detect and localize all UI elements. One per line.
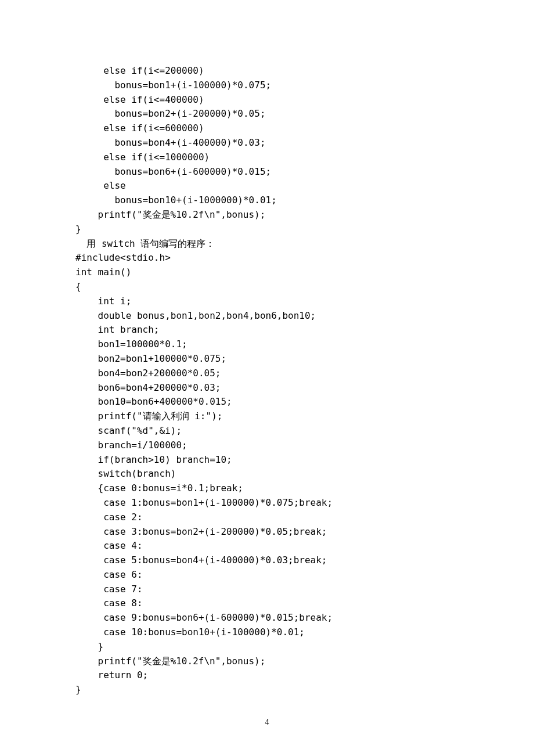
- code-line: bonus=bon4+(i-400000)*0.03;: [75, 136, 459, 150]
- code-line: else if(i<=400000): [75, 93, 459, 107]
- code-line: else if(i<=200000): [75, 64, 459, 78]
- code-line: branch=i/100000;: [75, 438, 459, 453]
- code-line: case 2:: [75, 510, 459, 525]
- code-line: bonus=bon1+(i-100000)*0.075;: [75, 78, 459, 93]
- code-line: scanf("%d",&i);: [75, 424, 459, 438]
- code-line: int i;: [75, 294, 459, 309]
- code-line: return 0;: [75, 668, 459, 683]
- page-content: else if(i<=200000) bonus=bon1+(i-100000)…: [0, 0, 534, 697]
- code-line: switch(branch): [75, 467, 459, 481]
- code-line: double bonus,bon1,bon2,bon4,bon6,bon10;: [75, 309, 459, 323]
- code-line: bonus=bon6+(i-600000)*0.015;: [75, 165, 459, 179]
- code-line: if(branch>10) branch=10;: [75, 453, 459, 467]
- code-listing: else if(i<=200000) bonus=bon1+(i-100000)…: [75, 64, 459, 697]
- code-line: printf("奖金是%10.2f\n",bonus);: [75, 208, 459, 222]
- code-line: int main(): [75, 265, 459, 280]
- code-line: case 5:bonus=bon4+(i-400000)*0.03;break;: [75, 553, 459, 568]
- code-line: bon2=bon1+100000*0.075;: [75, 352, 459, 366]
- code-line: bon1=100000*0.1;: [75, 337, 459, 352]
- code-line: case 10:bonus=bon10+(i-100000)*0.01;: [75, 625, 459, 640]
- code-line: printf("奖金是%10.2f\n",bonus);: [75, 654, 459, 669]
- code-line: else if(i<=1000000): [75, 150, 459, 165]
- code-line: {: [75, 280, 459, 294]
- code-line: case 8:: [75, 596, 459, 611]
- code-line: case 9:bonus=bon6+(i-600000)*0.015;break…: [75, 611, 459, 625]
- code-line: case 6:: [75, 568, 459, 582]
- page-number: 4: [0, 718, 534, 727]
- code-line: bon4=bon2+200000*0.05;: [75, 366, 459, 381]
- code-line: case 1:bonus=bon1+(i-100000)*0.075;break…: [75, 496, 459, 510]
- code-line: }: [75, 683, 459, 697]
- code-line: bon6=bon4+200000*0.03;: [75, 381, 459, 395]
- code-line: }: [75, 222, 459, 237]
- code-line: 用 switch 语句编写的程序：: [75, 237, 459, 251]
- code-line: else if(i<=600000): [75, 121, 459, 136]
- code-line: bonus=bon10+(i-1000000)*0.01;: [75, 193, 459, 208]
- code-line: case 7:: [75, 582, 459, 597]
- code-line: bon10=bon6+400000*0.015;: [75, 395, 459, 409]
- code-line: case 3:bonus=bon2+(i-200000)*0.05;break;: [75, 525, 459, 539]
- code-line: int branch;: [75, 323, 459, 337]
- code-line: bonus=bon2+(i-200000)*0.05;: [75, 107, 459, 121]
- code-line: printf("请输入利润 i:");: [75, 409, 459, 424]
- code-line: case 4:: [75, 539, 459, 553]
- code-line: }: [75, 640, 459, 654]
- code-line: {case 0:bonus=i*0.1;break;: [75, 481, 459, 496]
- code-line: #include<stdio.h>: [75, 251, 459, 265]
- code-line: else: [75, 179, 459, 193]
